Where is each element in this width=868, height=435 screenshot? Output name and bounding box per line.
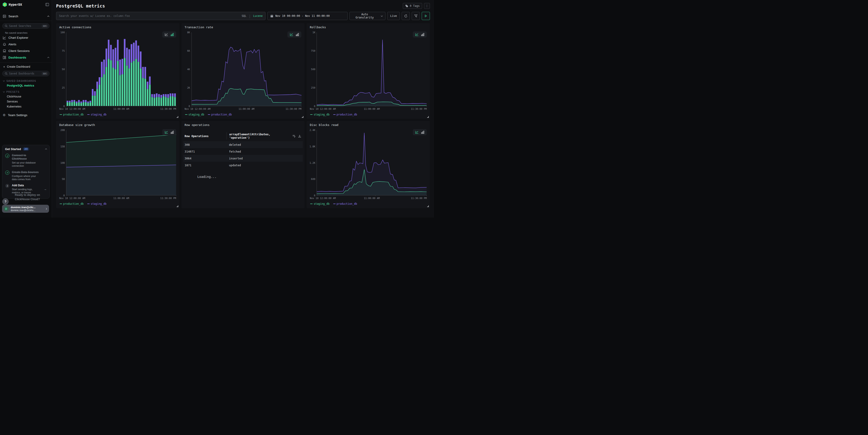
legend-item[interactable]: staging_db bbox=[87, 113, 106, 116]
saved-dashboards-input[interactable]: Saved Dashboards ⌘K bbox=[2, 71, 50, 76]
legend-item[interactable]: staging_db bbox=[310, 113, 330, 116]
granularity-select[interactable]: Auto Granularity bbox=[349, 12, 385, 20]
sql-mode-toggle[interactable]: SQL bbox=[242, 14, 246, 18]
search-input[interactable] bbox=[59, 14, 239, 18]
date-range-picker[interactable]: Nov 10 00:00:00 - Nov 11 00:00:00 bbox=[268, 12, 348, 20]
chart-type-toggle bbox=[413, 129, 427, 135]
user-menu[interactable]: D dominic.tran@clic... dominic.tran@clic… bbox=[2, 205, 49, 213]
sidebar-item-client-sessions[interactable]: Client Sessions bbox=[0, 48, 52, 54]
calendar-icon bbox=[270, 14, 273, 18]
panel-resize-handle[interactable] bbox=[177, 205, 178, 207]
legend-item[interactable]: production_db bbox=[60, 202, 84, 205]
line-chart-icon[interactable] bbox=[164, 33, 168, 36]
get-started-step-connect[interactable]: Connect to ClickHouse Set up your databa… bbox=[5, 154, 47, 168]
main-content: PostgreSQL metrics 0 Tags ⋮ SQL | Lucene bbox=[52, 0, 434, 218]
chevron-down-icon bbox=[3, 80, 5, 81]
saved-dashboards-placeholder: Saved Dashboards bbox=[9, 72, 40, 75]
saved-dashboards-section-header[interactable]: SAVED DASHBOARDS bbox=[0, 76, 52, 82]
sidebar-item-team-settings[interactable]: ⚙ Team Settings bbox=[0, 108, 52, 117]
dashboard-menu-button[interactable]: ⋮ bbox=[424, 3, 430, 9]
sidebar-item-dashboards[interactable]: Dashboards bbox=[0, 55, 52, 61]
sidebar-collapse-icon[interactable] bbox=[45, 3, 49, 6]
section-label: PRESETS bbox=[6, 91, 20, 93]
panel-resize-handle[interactable] bbox=[302, 116, 303, 118]
chart-canvas[interactable] bbox=[66, 32, 176, 106]
brand-name: HyperDX bbox=[9, 3, 43, 6]
x-axis-tick-label: 11:30:00 PM bbox=[160, 107, 176, 110]
sidebar-item-alerts[interactable]: Alerts bbox=[0, 41, 52, 47]
sidebar-item-kubernetes[interactable]: Kubernetes bbox=[0, 103, 52, 108]
chart-canvas[interactable] bbox=[66, 130, 176, 195]
legend-item[interactable]: production_db bbox=[60, 113, 84, 116]
gear-icon: ⚙ bbox=[3, 113, 6, 117]
live-button[interactable]: Live bbox=[387, 12, 400, 20]
create-dashboard-button[interactable]: + Create Dashboard bbox=[0, 63, 52, 69]
x-axis-tick-label: 11:00:00 AM bbox=[113, 197, 129, 200]
panel-resize-handle[interactable] bbox=[427, 116, 429, 118]
open-in-search-icon[interactable] bbox=[292, 134, 296, 138]
tags-button[interactable]: 0 Tags bbox=[403, 3, 422, 9]
get-started-progress-badge: 2/3 bbox=[23, 147, 29, 151]
bar-chart-icon[interactable] bbox=[170, 33, 174, 36]
legend-item[interactable]: production_db bbox=[333, 113, 357, 116]
bar-chart-icon[interactable] bbox=[170, 131, 174, 134]
table-row[interactable]: 1871updated bbox=[183, 162, 303, 169]
cell-value: 3064 bbox=[185, 157, 229, 160]
legend-item[interactable]: production_db bbox=[208, 113, 232, 116]
table-row[interactable]: 308deleted bbox=[183, 141, 303, 148]
chart-type-toggle bbox=[413, 31, 427, 38]
step-title: Connect to ClickHouse bbox=[12, 154, 39, 161]
check-circle-icon bbox=[5, 154, 9, 158]
panel-title: Rollbacks bbox=[310, 26, 427, 29]
line-chart-icon[interactable] bbox=[164, 131, 168, 134]
legend-item[interactable]: staging_db bbox=[87, 202, 106, 205]
download-icon[interactable] bbox=[298, 134, 301, 138]
line-chart-icon[interactable] bbox=[415, 131, 419, 134]
filter-button[interactable] bbox=[412, 12, 420, 20]
chart-canvas[interactable] bbox=[317, 32, 427, 106]
legend-item[interactable]: staging_db bbox=[310, 202, 330, 205]
bar-chart-icon[interactable] bbox=[421, 131, 425, 134]
bar-chart-icon[interactable] bbox=[296, 33, 299, 36]
column-header[interactable]: Row Operations bbox=[185, 134, 229, 138]
x-axis-tick-mark bbox=[317, 106, 317, 107]
help-button[interactable]: ? bbox=[2, 198, 9, 205]
chevron-down-icon bbox=[381, 15, 383, 16]
chart-explorer-icon bbox=[3, 36, 6, 39]
panel-title: Active connections bbox=[59, 26, 176, 29]
y-axis-tick-label: 8K bbox=[187, 31, 190, 34]
line-chart-icon[interactable] bbox=[290, 33, 293, 36]
y-axis-tick-label: 1.2K bbox=[310, 162, 315, 164]
chart-canvas[interactable] bbox=[192, 32, 302, 106]
x-axis-tick-label: 11:00:00 AM bbox=[364, 107, 380, 110]
table-row[interactable]: 3064inserted bbox=[183, 155, 303, 162]
panel-title: Row operations bbox=[185, 123, 302, 127]
saved-searches-input[interactable]: Saved Searches ⌘K bbox=[2, 23, 50, 29]
column-header[interactable]: arrayElement(Attributes, 'operation') bbox=[226, 133, 292, 139]
chevron-up-icon[interactable] bbox=[45, 148, 47, 150]
sidebar-item-chart-explorer[interactable]: Chart Explorer bbox=[0, 35, 52, 41]
panel-resize-handle[interactable] bbox=[177, 116, 178, 118]
y-axis-tick-label: 10B bbox=[60, 162, 65, 164]
legend-item[interactable]: production_db bbox=[333, 202, 357, 205]
table-row[interactable]: 314071fetched bbox=[183, 148, 303, 155]
x-axis-tick-mark bbox=[192, 106, 192, 107]
get-started-step-data-sources[interactable]: Create Data Sources Configure where your… bbox=[5, 171, 47, 181]
x-axis-tick-label: 11:30:00 PM bbox=[411, 197, 427, 200]
sidebar-item-clickhouse[interactable]: ClickHouse bbox=[0, 93, 52, 98]
refresh-button[interactable] bbox=[402, 12, 410, 20]
run-query-button[interactable] bbox=[422, 12, 430, 20]
sidebar-item-postgresql-metrics[interactable]: PostgreSQL metrics bbox=[0, 82, 52, 87]
y-axis-tick-label: 1K bbox=[312, 31, 315, 34]
legend-item[interactable]: staging_db bbox=[185, 113, 204, 116]
lucene-mode-toggle[interactable]: Lucene bbox=[253, 14, 263, 18]
chart-canvas[interactable] bbox=[317, 130, 427, 195]
search-icon bbox=[5, 25, 7, 27]
line-chart-icon[interactable] bbox=[415, 33, 419, 36]
bar-chart-icon[interactable] bbox=[421, 33, 425, 36]
sidebar-item-search[interactable]: Search bbox=[0, 13, 52, 21]
panel-resize-handle[interactable] bbox=[427, 205, 429, 207]
presets-section-header[interactable]: PRESETS bbox=[0, 87, 52, 93]
sidebar-item-services[interactable]: Services bbox=[0, 98, 52, 103]
page-title: PostgreSQL metrics bbox=[56, 3, 105, 8]
